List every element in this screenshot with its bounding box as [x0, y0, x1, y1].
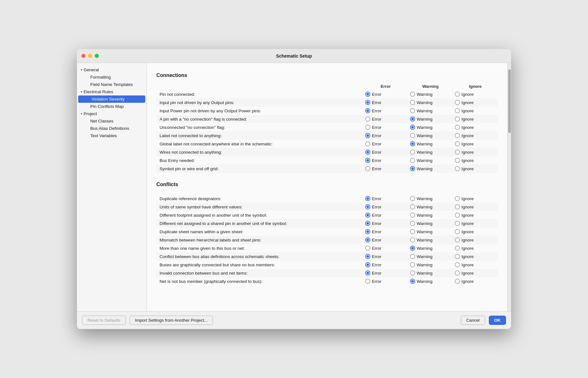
radio-option-warning[interactable]: Warning: [410, 262, 451, 267]
radio-option-ignore[interactable]: Ignore: [455, 108, 496, 113]
radio-option-error[interactable]: Error: [365, 221, 406, 226]
radio-circle-ignore[interactable]: [455, 158, 460, 163]
radio-circle-warning[interactable]: [410, 116, 415, 122]
radio-circle-error[interactable]: [365, 204, 370, 209]
radio-option-ignore[interactable]: Ignore: [455, 254, 496, 259]
radio-circle-warning[interactable]: [410, 100, 415, 105]
radio-option-warning[interactable]: Warning: [410, 166, 451, 171]
radio-circle-error[interactable]: [365, 213, 370, 218]
sidebar-item-field-name-templates[interactable]: Field Name Templates: [77, 81, 147, 88]
radio-option-error[interactable]: Error: [365, 246, 406, 251]
radio-option-warning[interactable]: Warning: [410, 196, 451, 201]
radio-circle-error[interactable]: [365, 108, 370, 113]
minimize-button[interactable]: [88, 54, 92, 58]
radio-circle-error[interactable]: [365, 229, 370, 234]
import-settings-button[interactable]: Import Settings from Another Project...: [130, 316, 213, 325]
radio-circle-error[interactable]: [365, 246, 370, 251]
radio-circle-warning[interactable]: [410, 237, 415, 242]
sidebar-group-general[interactable]: ▾ General: [77, 66, 147, 74]
radio-option-error[interactable]: Error: [365, 133, 406, 138]
sidebar-item-bus-alias-definitions[interactable]: Bus Alias Definitions: [77, 125, 147, 132]
radio-circle-error[interactable]: [365, 100, 370, 105]
radio-option-error[interactable]: Error: [365, 108, 406, 113]
radio-option-ignore[interactable]: Ignore: [455, 92, 496, 97]
radio-circle-warning[interactable]: [410, 108, 415, 113]
radio-circle-ignore[interactable]: [455, 270, 460, 276]
radio-option-ignore[interactable]: Ignore: [455, 150, 496, 155]
radio-option-error[interactable]: Error: [365, 270, 406, 276]
radio-option-warning[interactable]: Warning: [410, 254, 451, 259]
sidebar-group-project[interactable]: ▾ Project: [77, 110, 147, 117]
radio-circle-ignore[interactable]: [455, 116, 460, 122]
radio-circle-error[interactable]: [365, 116, 370, 122]
radio-circle-warning[interactable]: [410, 204, 415, 209]
radio-option-error[interactable]: Error: [365, 196, 406, 201]
radio-circle-ignore[interactable]: [455, 108, 460, 113]
radio-option-error[interactable]: Error: [365, 254, 406, 259]
sidebar-group-electrical-rules[interactable]: ▾ Electrical Rules: [77, 88, 147, 95]
radio-circle-error[interactable]: [365, 279, 370, 284]
reset-defaults-button[interactable]: Reset to Defaults: [82, 316, 126, 325]
radio-circle-warning[interactable]: [410, 133, 415, 138]
sidebar-item-formatting[interactable]: Formatting: [77, 74, 147, 81]
radio-circle-error[interactable]: [365, 125, 370, 130]
radio-option-warning[interactable]: Warning: [410, 133, 451, 138]
radio-circle-error[interactable]: [365, 262, 370, 267]
radio-option-ignore[interactable]: Ignore: [455, 229, 496, 234]
radio-option-ignore[interactable]: Ignore: [455, 141, 496, 146]
radio-circle-ignore[interactable]: [455, 141, 460, 146]
radio-option-ignore[interactable]: Ignore: [455, 213, 496, 218]
radio-circle-ignore[interactable]: [455, 279, 460, 284]
radio-option-error[interactable]: Error: [365, 141, 406, 146]
radio-option-warning[interactable]: Warning: [410, 221, 451, 226]
radio-circle-warning[interactable]: [410, 229, 415, 234]
radio-option-error[interactable]: Error: [365, 92, 406, 97]
radio-option-ignore[interactable]: Ignore: [455, 125, 496, 130]
radio-option-error[interactable]: Error: [365, 262, 406, 267]
radio-circle-warning[interactable]: [410, 279, 415, 284]
radio-circle-error[interactable]: [365, 270, 370, 276]
radio-option-warning[interactable]: Warning: [410, 108, 451, 113]
radio-option-warning[interactable]: Warning: [410, 141, 451, 146]
sidebar-item-violation-severity[interactable]: Violation Severity: [78, 95, 145, 103]
radio-option-error[interactable]: Error: [365, 237, 406, 242]
radio-circle-error[interactable]: [365, 150, 370, 155]
radio-circle-warning[interactable]: [410, 150, 415, 155]
radio-option-ignore[interactable]: Ignore: [455, 262, 496, 267]
radio-circle-error[interactable]: [365, 158, 370, 163]
scrollbar-track[interactable]: [507, 63, 511, 311]
sidebar-item-text-variables[interactable]: Text Variables: [77, 132, 147, 139]
radio-circle-ignore[interactable]: [455, 204, 460, 209]
radio-circle-ignore[interactable]: [455, 133, 460, 138]
radio-option-error[interactable]: Error: [365, 125, 406, 130]
radio-option-warning[interactable]: Warning: [410, 100, 451, 105]
radio-option-warning[interactable]: Warning: [410, 92, 451, 97]
radio-circle-warning[interactable]: [410, 141, 415, 146]
radio-option-ignore[interactable]: Ignore: [455, 116, 496, 122]
cancel-button[interactable]: Cancel: [461, 316, 485, 325]
radio-circle-ignore[interactable]: [455, 262, 460, 267]
radio-circle-ignore[interactable]: [455, 254, 460, 259]
radio-option-error[interactable]: Error: [365, 229, 406, 234]
radio-circle-ignore[interactable]: [455, 196, 460, 201]
ok-button[interactable]: OK: [489, 316, 506, 325]
radio-circle-warning[interactable]: [410, 254, 415, 259]
radio-circle-warning[interactable]: [410, 125, 415, 130]
radio-option-error[interactable]: Error: [365, 279, 406, 284]
radio-circle-error[interactable]: [365, 237, 370, 242]
radio-circle-error[interactable]: [365, 92, 370, 97]
radio-circle-warning[interactable]: [410, 262, 415, 267]
radio-circle-ignore[interactable]: [455, 221, 460, 226]
radio-option-warning[interactable]: Warning: [410, 229, 451, 234]
radio-option-warning[interactable]: Warning: [410, 204, 451, 209]
radio-option-error[interactable]: Error: [365, 166, 406, 171]
radio-option-ignore[interactable]: Ignore: [455, 221, 496, 226]
radio-option-ignore[interactable]: Ignore: [455, 204, 496, 209]
maximize-button[interactable]: [95, 54, 99, 58]
radio-circle-ignore[interactable]: [455, 229, 460, 234]
radio-option-warning[interactable]: Warning: [410, 279, 451, 284]
radio-option-warning[interactable]: Warning: [410, 158, 451, 163]
radio-circle-warning[interactable]: [410, 92, 415, 97]
radio-option-ignore[interactable]: Ignore: [455, 246, 496, 251]
radio-option-warning[interactable]: Warning: [410, 116, 451, 122]
